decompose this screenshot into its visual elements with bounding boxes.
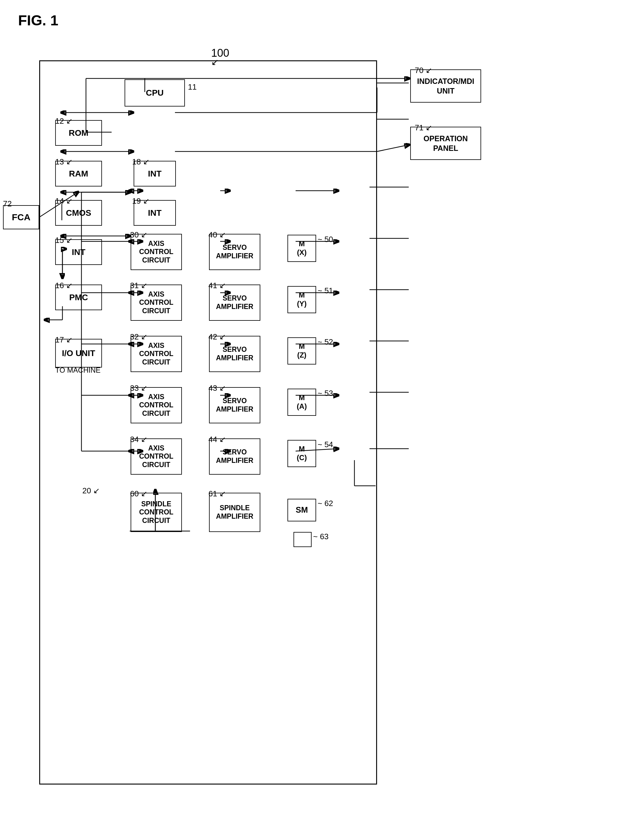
ref-19: 19 ↙ — [132, 196, 150, 206]
ref-11: 11 — [188, 82, 197, 92]
figure-title: FIG. 1 — [18, 12, 58, 29]
ref-43: 43 ↙ — [209, 384, 226, 393]
ref-60: 60 ↙ — [130, 489, 147, 499]
m50-block: M(X) — [287, 235, 316, 262]
ref-16: 16 ↙ — [55, 281, 73, 290]
to-machine-label: TO MACHINE — [55, 366, 100, 375]
sm62-block: SM — [287, 499, 316, 522]
ref-15: 15 ↙ — [55, 236, 73, 245]
m54-block: M(C) — [287, 440, 316, 467]
ref-33: 33 ↙ — [130, 384, 147, 393]
ref-18: 18 ↙ — [132, 157, 150, 167]
ref-30: 30 ↙ — [130, 230, 147, 239]
ref-34: 34 ↙ — [130, 435, 147, 444]
ref-14: 14 ↙ — [55, 196, 73, 206]
main-box: CPU 11 ROM 12 ↙ RAM 13 ↙ CMOS 14 ↙ INT 1… — [39, 60, 377, 784]
ref-53: ~ 53 — [317, 388, 333, 398]
ref-12: 12 ↙ — [55, 117, 73, 126]
ref-42: 42 ↙ — [209, 332, 226, 342]
spa61-block: SPINDLEAMPLIFIER — [209, 493, 260, 532]
ref-50: ~ 50 — [317, 235, 333, 244]
ref-44: 44 ↙ — [209, 435, 226, 444]
scc60-block: SPINDLECONTROLCIRCUIT — [130, 493, 182, 532]
ref-32: 32 ↙ — [130, 332, 147, 342]
ref-52: ~ 52 — [317, 337, 333, 347]
ref-71: 71 ↙ — [415, 123, 432, 132]
ref-62: ~ 62 — [317, 499, 333, 508]
ref-70: 70 ↙ — [415, 66, 432, 75]
ref-41: 41 ↙ — [209, 281, 226, 290]
ref-72: 72 — [3, 199, 12, 209]
cpu-block: CPU — [124, 79, 185, 106]
ref-54: ~ 54 — [317, 440, 333, 449]
ref-13: 13 ↙ — [55, 157, 73, 167]
ref-63: ~ 63 — [313, 532, 328, 541]
ref-17: 17 ↙ — [55, 335, 73, 345]
ref-31: 31 ↙ — [130, 281, 147, 290]
svg-line-12 — [377, 145, 409, 152]
ref-20: 20 ↙ — [82, 486, 100, 496]
m51-block: M(Y) — [287, 286, 316, 313]
m53-block: M(A) — [287, 388, 316, 416]
ref-40: 40 ↙ — [209, 230, 226, 239]
ref-61: 61 ↙ — [209, 489, 226, 499]
ref-51: ~ 51 — [317, 286, 333, 295]
fca-block: FCA — [3, 205, 39, 229]
m52-block: M(Z) — [287, 337, 316, 364]
b63-block — [293, 532, 311, 547]
